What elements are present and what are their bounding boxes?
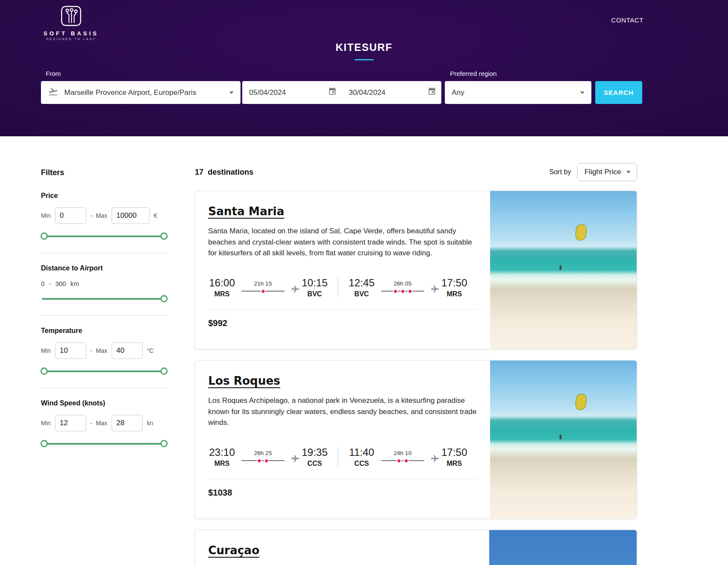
departure-time: 16:00	[208, 277, 236, 289]
temperature-max-input[interactable]	[112, 342, 143, 359]
stop-dot	[405, 459, 408, 462]
distance-max: 300	[55, 280, 66, 287]
arrival-airport: CCS	[301, 460, 328, 468]
date-range-field: 05/04/2024 30/04/2024	[242, 81, 441, 104]
wind-slider[interactable]	[42, 440, 166, 447]
destination-title[interactable]: Los Roques	[208, 374, 280, 387]
from-value: Marseille Provence Airport, Europe/Paris	[64, 88, 229, 97]
chevron-down-icon	[626, 171, 631, 173]
from-label: From	[41, 70, 242, 77]
plane-icon	[431, 285, 440, 294]
wind-max-label: Max	[96, 420, 107, 427]
temperature-slider[interactable]	[42, 367, 166, 375]
flight-takeoff-icon	[48, 86, 58, 99]
wind-min-label: Min	[41, 420, 51, 427]
price-min-label: Min	[41, 212, 51, 219]
stop-dot	[401, 290, 404, 293]
sort-select[interactable]: Flight Price	[577, 163, 637, 181]
end-date-input[interactable]: 30/04/2024	[342, 81, 441, 104]
destination-card[interactable]: Santa Maria Santa Maria, located on the …	[195, 191, 637, 349]
flight-duration: 21h 15	[241, 280, 284, 287]
price-max-label: Max	[96, 212, 107, 219]
filter-distance: Distance to Airport 0 - 300 km	[41, 264, 167, 302]
search-bar: From Preferred region Marseille Provence…	[41, 70, 642, 104]
flight-duration: 26h 05	[381, 280, 424, 287]
plane-icon	[431, 454, 440, 463]
destination-card[interactable]: Curaçao	[195, 530, 637, 565]
wind-label: Wind Speed (knots)	[41, 399, 167, 407]
price-max-input[interactable]	[112, 207, 150, 224]
destination-title[interactable]: Santa Maria	[208, 205, 284, 218]
dash: -	[91, 347, 93, 354]
temperature-min-label: Min	[41, 347, 51, 354]
wind-min-input[interactable]	[55, 415, 86, 431]
temperature-min-input[interactable]	[55, 342, 86, 359]
divider	[208, 309, 477, 310]
wind-max-input[interactable]	[112, 415, 143, 431]
stop-dot	[409, 290, 412, 293]
chevron-down-icon	[580, 91, 584, 94]
flight-duration: 24h 10	[381, 450, 424, 456]
calendar-icon[interactable]	[328, 87, 337, 98]
sort-value: Flight Price	[584, 168, 621, 176]
arrival-airport: MRS	[441, 460, 468, 468]
return-segment: 11:40 CCS 24h 10 17:50 MRS	[348, 446, 468, 468]
destination-photo	[490, 191, 637, 349]
plane-icon	[291, 454, 300, 463]
destination-photo	[490, 361, 637, 518]
filter-price: Price Min - Max €	[41, 192, 167, 240]
contact-link[interactable]: CONTACT	[611, 16, 644, 24]
wind-slider-max-handle[interactable]	[160, 440, 168, 447]
region-select[interactable]: Any	[445, 81, 591, 104]
arrival-time: 17:50	[441, 446, 468, 458]
departure-time: 12:45	[348, 277, 375, 289]
segment-divider	[338, 447, 338, 467]
price-slider-min-handle[interactable]	[41, 232, 48, 240]
destination-photo	[489, 530, 637, 565]
destination-description: Santa Maria, located on the island of Sa…	[208, 226, 477, 259]
header: SOFT BASIS DESIGNED TO LAST CONTACT KITE…	[0, 0, 728, 136]
kitesurfer	[559, 435, 562, 439]
dash: -	[49, 280, 51, 287]
price-slider-max-handle[interactable]	[160, 232, 168, 240]
search-button[interactable]: SEARCH	[595, 81, 642, 104]
circuit-logo-icon	[59, 3, 84, 28]
price-min-input[interactable]	[55, 207, 86, 224]
results-count: 17destinations	[195, 168, 253, 177]
divider	[41, 388, 167, 388]
destination-price: $1038	[208, 488, 477, 498]
departure-airport: BVC	[348, 290, 375, 298]
title-underline	[355, 59, 374, 60]
wind-slider-min-handle[interactable]	[41, 440, 48, 447]
sort-by-label: Sort by	[549, 168, 571, 176]
destination-description: Los Roques Archipelago, a national park …	[208, 395, 477, 428]
departure-airport: MRS	[208, 290, 236, 298]
destination-card[interactable]: Los Roques Los Roques Archipelago, a nat…	[195, 360, 637, 519]
temperature-slider-max-handle[interactable]	[160, 367, 168, 375]
temperature-slider-min-handle[interactable]	[41, 367, 48, 375]
flight-duration: 26h 25	[241, 450, 284, 456]
filters-title: Filters	[41, 168, 167, 177]
plane-icon	[291, 285, 300, 294]
calendar-icon[interactable]	[428, 87, 436, 98]
flight-line	[381, 458, 424, 464]
page-title: KITESURF	[0, 41, 728, 53]
divider	[41, 315, 167, 316]
dash: -	[91, 420, 93, 427]
stop-dot	[262, 290, 265, 293]
price-slider[interactable]	[42, 232, 166, 240]
filter-temperature: Temperature Min - Max °C	[41, 327, 167, 375]
start-date-input[interactable]: 05/04/2024	[242, 81, 342, 104]
stop-dot	[265, 459, 268, 462]
destination-title[interactable]: Curaçao	[208, 544, 259, 557]
arrival-airport: BVC	[301, 290, 328, 298]
distance-slider[interactable]	[42, 295, 166, 302]
price-unit: €	[154, 212, 157, 219]
flight-line	[381, 288, 424, 294]
end-date-value: 30/04/2024	[349, 88, 428, 97]
distance-unit: km	[70, 280, 79, 287]
distance-slider-handle[interactable]	[160, 295, 168, 302]
from-select[interactable]: Marseille Provence Airport, Europe/Paris	[41, 81, 241, 104]
filters-sidebar: Filters Price Min - Max € Distance to Ai…	[41, 162, 167, 565]
brand-name: SOFT BASIS	[44, 30, 99, 37]
